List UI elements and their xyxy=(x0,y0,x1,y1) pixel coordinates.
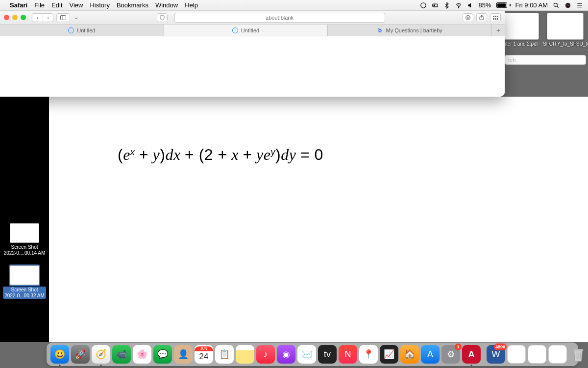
dock-photos[interactable]: 🌸 xyxy=(133,345,151,364)
tab-label: My Questions | bartleby xyxy=(386,27,442,33)
switch-control-icon[interactable] xyxy=(432,2,439,9)
dock-appstore[interactable]: A xyxy=(421,345,440,364)
equation-text: (ex + y)dx + (2 + x + yey)dy = 0 xyxy=(118,146,323,164)
tab-label: Untitled xyxy=(77,27,95,33)
dock-messages[interactable]: 💬 xyxy=(153,345,172,364)
tab-bartleby[interactable]: b My Questions | bartleby xyxy=(328,25,492,36)
dock-stocks[interactable]: 📈 xyxy=(380,345,398,364)
forward-button[interactable]: › xyxy=(43,13,53,22)
downloads-button[interactable] xyxy=(463,13,473,22)
menu-edit[interactable]: Edit xyxy=(51,1,62,9)
macos-dock: 😀 🚀 🧭 📹 🌸 💬 👤 JUN 24 📋 ♪ ◉ ✉️ tv N 📍 📈 🏠… xyxy=(47,342,578,366)
menu-view[interactable]: View xyxy=(70,1,83,9)
screenshot-thumbnail-icon xyxy=(10,265,39,285)
clock[interactable]: Fri 9:00 AM xyxy=(515,1,548,9)
tab-untitled-1[interactable]: Untitled xyxy=(0,25,164,36)
new-tab-button[interactable]: + xyxy=(492,25,505,36)
control-center-icon[interactable] xyxy=(576,2,583,9)
menu-history[interactable]: History xyxy=(90,1,109,9)
safari-toolbar: ‹ › ⌄ about:blank xyxy=(0,11,505,25)
url-text: about:blank xyxy=(266,15,294,21)
address-bar[interactable]: about:blank xyxy=(174,13,385,23)
zoom-window-button[interactable] xyxy=(21,15,26,20)
pdf-thumbnail-icon xyxy=(502,13,539,40)
tab-overview-dropdown[interactable]: ⌄ xyxy=(73,13,79,22)
desktop-search-field[interactable]: rch xyxy=(505,55,586,65)
dock-recent-item-3[interactable] xyxy=(548,345,567,364)
desktop-right-column: pter 1 and 2.pdf SFCITY_to_SFSU_for_2021… xyxy=(505,11,588,65)
siri-icon[interactable] xyxy=(564,2,571,9)
dock-calendar[interactable]: JUN 24 xyxy=(195,345,213,364)
dock-finder[interactable]: 😀 xyxy=(50,345,69,364)
svg-point-3 xyxy=(458,7,459,8)
svg-rect-14 xyxy=(497,18,498,20)
desktop-file-pdf-1[interactable]: pter 1 and 2.pdf xyxy=(502,13,539,47)
svg-rect-13 xyxy=(495,18,496,20)
dock-notes[interactable] xyxy=(236,345,254,364)
macos-menubar: Safari File Edit View History Bookmarks … xyxy=(0,0,588,11)
tab-label: Untitled xyxy=(241,27,259,33)
svg-point-4 xyxy=(554,3,557,6)
svg-rect-9 xyxy=(493,16,494,17)
svg-rect-10 xyxy=(495,16,496,17)
sidebar-toggle-button[interactable] xyxy=(56,13,70,22)
tab-untitled-2[interactable]: Untitled xyxy=(164,25,328,36)
battery-percent[interactable]: 85% xyxy=(479,1,491,9)
dock-launchpad[interactable]: 🚀 xyxy=(71,345,90,364)
safari-window: ‹ › ⌄ about:blank Untitled xyxy=(0,11,505,97)
svg-rect-6 xyxy=(61,15,66,20)
svg-rect-12 xyxy=(493,18,494,20)
safari-content-area xyxy=(0,36,505,97)
dock-maps[interactable]: 📍 xyxy=(359,345,378,364)
dock-home[interactable]: 🏠 xyxy=(400,345,419,364)
dock-recent-item-2[interactable] xyxy=(528,345,546,364)
desktop-screenshot-1[interactable]: Screen Shot2022-0....00.14 AM xyxy=(0,223,49,256)
svg-point-0 xyxy=(420,2,426,8)
dock-tv[interactable]: tv xyxy=(318,345,337,364)
back-button[interactable]: ‹ xyxy=(32,13,43,22)
pdf-thumbnail-icon xyxy=(547,13,584,40)
desktop-left-column: Screen Shot2022-0....00.14 AM Screen Sho… xyxy=(0,223,49,309)
dock-facetime[interactable]: 📹 xyxy=(112,345,131,364)
dock-trash[interactable] xyxy=(569,345,588,364)
wifi-icon[interactable] xyxy=(455,2,462,9)
svg-rect-15 xyxy=(573,349,583,351)
menu-file[interactable]: File xyxy=(34,1,45,9)
minimize-window-button[interactable] xyxy=(12,15,18,20)
compass-icon xyxy=(68,27,74,33)
dock-news[interactable]: N xyxy=(339,345,357,364)
battery-icon[interactable] xyxy=(496,2,511,8)
spotlight-icon[interactable] xyxy=(553,2,560,9)
dock-podcasts[interactable]: ◉ xyxy=(277,345,295,364)
screenshot-thumbnail-icon xyxy=(10,223,39,243)
volume-icon[interactable] xyxy=(467,2,474,9)
svg-rect-11 xyxy=(497,16,498,17)
dock-music[interactable]: ♪ xyxy=(256,345,275,364)
desktop-file-pdf-2[interactable]: SFCITY_to_SFSU_for_2021-...B.S..pdf xyxy=(543,13,587,47)
svg-point-2 xyxy=(434,4,435,5)
compass-icon xyxy=(232,27,238,33)
desktop-screenshot-2[interactable]: Screen Shot2022-0...00.32 AM xyxy=(0,265,49,299)
bartleby-icon: b xyxy=(377,27,383,33)
dock-safari[interactable]: 🧭 xyxy=(92,345,110,364)
screen-mirror-icon[interactable] xyxy=(420,2,427,9)
close-window-button[interactable] xyxy=(4,15,9,20)
dock-autocad[interactable]: A xyxy=(462,345,481,364)
tab-overview-button[interactable] xyxy=(490,13,501,22)
dock-word[interactable]: W 4896 xyxy=(487,345,505,364)
share-button[interactable] xyxy=(476,13,487,22)
safari-tab-bar: Untitled Untitled b My Questions | bartl… xyxy=(0,25,505,36)
menu-help[interactable]: Help xyxy=(185,1,198,9)
document-page: (ex + y)dx + (2 + x + yey)dy = 0 xyxy=(49,97,588,342)
dock-recent-item-1[interactable] xyxy=(507,345,526,364)
dock-system-preferences[interactable]: ⚙︎ 1 xyxy=(441,345,460,364)
menu-bookmarks[interactable]: Bookmarks xyxy=(117,1,148,9)
active-app-name[interactable]: Safari xyxy=(10,1,27,9)
dock-mail[interactable]: ✉️ xyxy=(297,345,316,364)
privacy-shield-button[interactable] xyxy=(157,13,168,22)
bluetooth-icon[interactable] xyxy=(443,2,450,9)
dock-contacts[interactable]: 👤 xyxy=(174,345,193,364)
menu-window[interactable]: Window xyxy=(155,1,178,9)
window-controls xyxy=(4,15,26,20)
dock-reminders[interactable]: 📋 xyxy=(215,345,234,364)
